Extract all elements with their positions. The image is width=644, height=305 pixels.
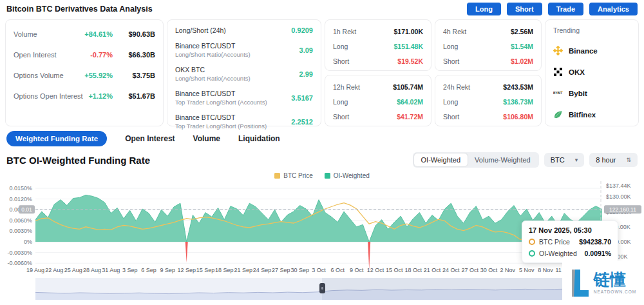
svg-text:6 Sep: 6 Sep [141,267,156,273]
tooltip-row: OI-Weighted0.0091% [529,250,611,257]
up-down-arrows-icon: ⇅ [626,157,631,163]
svg-text:24 Sep: 24 Sep [253,267,272,273]
long-button[interactable]: Long [467,3,501,15]
top-bar: Bitcoin BTC Derivatives Data Analysis Lo… [0,0,644,17]
svg-text:2 Nov: 2 Nov [500,267,516,273]
tab-volume[interactable]: Volume [193,134,220,143]
ratio-title: Long/Short (24h) [175,26,226,34]
chart-tabs: Weighted Funding RateOpen InterestVolume… [0,128,644,149]
legend-item-btc-price[interactable]: BTC Price [274,172,313,179]
tooltip-series-name: BTC Price [539,238,575,246]
rekt-card: 24h Rekt$243.53MLong$136.73MShort$106.80… [435,75,542,126]
overview-cards-row: Volume+84.61%$90.63BOpen Interest-0.77%$… [0,17,644,128]
svg-text:6 Oct: 6 Oct [331,267,345,273]
ratio-labels: Binance BTC/USDTLong/Short Ratio(Account… [175,42,251,58]
symbol-select[interactable]: BTC ▾ [544,153,585,167]
svg-text:31 Aug: 31 Aug [102,267,120,273]
rekt-total-row: 1h Rekt$171.00K [325,24,431,39]
chart-tooltip: 17 Nov 2025, 05:30 BTC Price$94238.70OI-… [522,221,618,263]
watermark: 链懂 NEATDOWN.COM [562,261,644,305]
navigator-handle[interactable] [319,283,325,293]
stat-change: +55.92% [84,72,113,79]
rekt-long-row: Long$151.48K [325,39,431,54]
stat-label: Options Open Interest [14,92,88,100]
rekt-short-value: $41.72M [397,113,423,121]
rekt-short-label: Short [443,57,459,65]
toggle-volume-weighted[interactable]: Volume-Weighted [468,153,538,166]
rekt-long-label: Long [333,98,348,106]
trending-item-okx[interactable]: OKX [553,67,630,77]
rekt-card: 1h Rekt$171.00KLong$151.48KShort$19.52K [325,19,431,71]
interval-select[interactable]: 8 hour ⇅ [589,153,638,167]
rekt-total-row: 24h Rekt$243.53M [435,79,541,94]
ratio-labels: OKX BTCLong/Short Ratio(Accounts) [175,66,251,82]
stat-row: Options Volume+55.92%$3.75B [6,65,163,86]
trending-list: BinanceOKXBYBITBybitBitfinex [553,46,630,119]
stat-label: Options Volume [14,72,84,79]
stat-change: -0.77% [90,51,113,59]
rekt-short-row: Short$1.02M [435,54,541,68]
rekt-total-value: $171.00K [393,28,423,35]
page-title: Bitcoin BTC Derivatives Data Analysis [6,5,153,14]
rekt-short-label: Short [443,113,459,121]
stat-label: Open Interest [14,51,90,59]
svg-text:9 Oct: 9 Oct [350,267,364,273]
svg-text:15 Oct: 15 Oct [386,267,403,273]
trending-item-binance[interactable]: Binance [553,46,630,55]
rekt-long-row: Long$1.54M [435,39,541,54]
okx-icon [553,67,563,77]
tab-open-interest[interactable]: Open Interest [125,134,175,143]
tooltip-date: 17 Nov 2025, 05:30 [529,226,611,234]
tooltip-series-dot [529,239,535,245]
rekt-long-value: $136.73M [503,98,533,106]
tab-weighted-funding-rate[interactable]: Weighted Funding Rate [6,131,107,146]
rekt-short-value: $1.02M [511,57,533,65]
chart-section-header: BTC OI-Weighted Funding Rate OI-Weighted… [0,149,644,171]
stat-label: Volume [14,30,84,38]
svg-text:-0.0060%: -0.0060% [7,260,32,266]
analytics-button[interactable]: Analytics [589,3,638,15]
svg-text:9 Sep: 9 Sep [160,267,176,273]
trending-item-bitfinex[interactable]: Bitfinex [553,110,630,119]
trending-item-bybit[interactable]: BYBITBybit [553,88,630,98]
rekt-short-row: Short$41.72M [325,109,431,124]
tab-liquidation[interactable]: Liquidation [238,134,280,143]
stat-value: $3.75B [122,72,155,79]
svg-text:21 Sep: 21 Sep [234,267,252,273]
trade-button[interactable]: Trade [548,3,583,15]
legend-swatch [274,173,280,179]
rekt-total-value: $243.53M [503,83,533,91]
derivatives-dashboard: Bitcoin BTC Derivatives Data Analysis Lo… [0,0,644,305]
long-short-ratio-card: Long/Short (24h)0.9209Binance BTC/USDTLo… [167,19,321,126]
ratio-value: 3.5167 [291,94,313,102]
chart-title: BTC OI-Weighted Funding Rate [6,155,150,166]
stat-row: Options Open Interest+1.12%$51.67B [6,86,163,106]
rekt-period-label: 24h Rekt [443,83,470,91]
stat-value: $66.30B [122,51,155,59]
topbar-buttons: LongShortTradeAnalytics [467,3,638,15]
ratio-value: 2.99 [299,70,313,78]
rekt-long-label: Long [443,43,458,50]
rekt-period-label: 4h Rekt [443,28,466,35]
svg-text:21 Oct: 21 Oct [424,267,441,273]
svg-text:$137.44K: $137.44K [606,182,631,189]
rekt-column-2: 4h Rekt$2.56MLong$1.54MShort$1.02M24h Re… [435,19,542,126]
ratio-title: Binance BTC/USDT [175,42,251,50]
chart-range-navigator[interactable] [0,277,644,302]
svg-text:8 Nov: 8 Nov [538,267,553,273]
toggle-oi-weighted[interactable]: OI-Weighted [414,153,468,166]
chart-controls: OI-WeightedVolume-Weighted BTC ▾ 8 hour … [413,152,638,168]
svg-text:0.0060%: 0.0060% [9,217,32,224]
rekt-short-row: Short$106.80M [435,109,541,124]
legend-swatch [325,173,330,179]
ratio-title: Binance BTC/USDT [175,113,267,121]
ratio-row: Binance BTC/USDTTop Trader Long/Short (P… [167,110,321,133]
svg-text:BYBIT: BYBIT [553,92,562,95]
funding-rate-chart[interactable]: BTC PriceOI-Weighted 0.0150%0.0120%0.009… [0,171,644,276]
ratio-row: Long/Short (24h)0.9209 [167,23,321,38]
tooltip-series-dot [529,250,535,257]
short-button[interactable]: Short [507,3,542,15]
watermark-site-text: NEATDOWN.COM [594,290,636,294]
rekt-period-label: 12h Rekt [333,83,360,91]
legend-item-oi-weighted[interactable]: OI-Weighted [325,172,370,179]
